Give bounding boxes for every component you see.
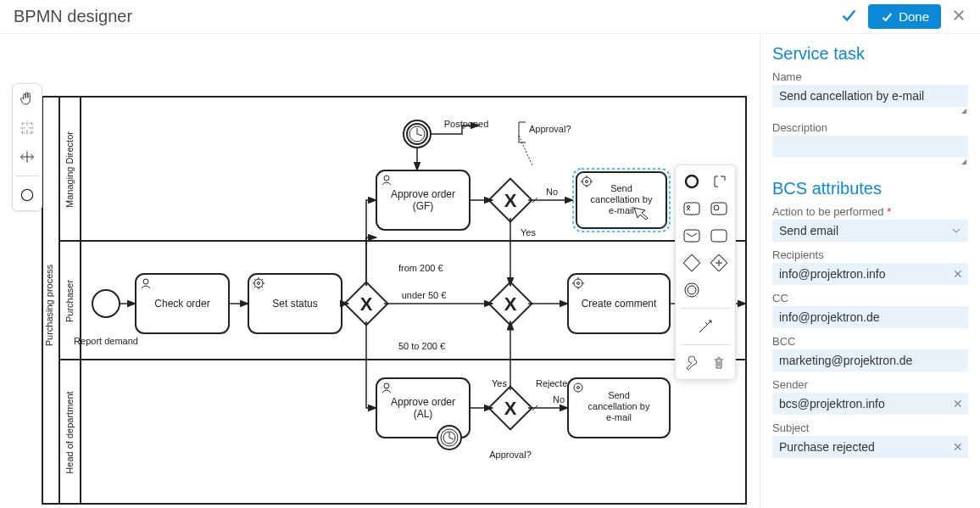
- svg-text:Yes: Yes: [492, 378, 507, 388]
- svg-text:e-mail: e-mail: [606, 412, 632, 422]
- cc-label: CC: [772, 292, 968, 304]
- space-icon: [19, 148, 36, 165]
- bcc-label: BCC: [772, 335, 968, 348]
- svg-text:Send: Send: [610, 183, 632, 193]
- sender-label: Sender: [772, 378, 968, 391]
- page-title: BPMN designer: [14, 7, 839, 26]
- start-event-tool[interactable]: [17, 185, 37, 205]
- delete-element[interactable]: [708, 352, 730, 374]
- svg-text:e-mail: e-mail: [609, 205, 634, 215]
- svg-text:X: X: [504, 398, 517, 419]
- svg-text:cancellation by: cancellation by: [588, 401, 650, 411]
- name-input[interactable]: [772, 85, 968, 107]
- svg-text:Rejected: Rejected: [536, 378, 572, 388]
- svg-point-0: [21, 189, 32, 200]
- clear-subject[interactable]: ✕: [953, 440, 963, 454]
- svg-text:No: No: [553, 394, 565, 405]
- properties-panel: Service task Name ◢ Description ◢ BCS at…: [760, 34, 980, 508]
- lane-label-0: Managing Director: [64, 131, 75, 208]
- append-text-annotation[interactable]: [708, 170, 730, 193]
- append-user-task[interactable]: [681, 198, 703, 220]
- svg-text:50 to 200 €: 50 to 200 €: [398, 341, 445, 351]
- connect-tool[interactable]: [694, 315, 716, 338]
- lasso-tool[interactable]: [17, 118, 37, 138]
- svg-text:Approve order: Approve order: [391, 396, 455, 408]
- name-label: Name: [772, 70, 968, 83]
- svg-text:from 200 €: from 200 €: [398, 263, 443, 273]
- svg-text:X: X: [360, 293, 373, 315]
- change-type[interactable]: [681, 352, 703, 374]
- svg-point-53: [686, 176, 698, 187]
- action-label: Action to be performed *: [772, 205, 968, 218]
- append-xor-gateway[interactable]: [681, 252, 703, 274]
- tool-palette: [12, 83, 42, 211]
- context-pad: [675, 165, 736, 380]
- bpmn-canvas[interactable]: Purchasing process Managing Director Pur…: [0, 34, 760, 508]
- timer-event-gf[interactable]: [404, 120, 431, 148]
- clear-sender[interactable]: ✕: [953, 397, 963, 410]
- task-create-comment-label: Create comment: [582, 298, 657, 310]
- svg-point-62: [685, 283, 699, 297]
- svg-point-57: [714, 205, 719, 210]
- action-select[interactable]: Send email: [772, 220, 968, 242]
- svg-point-55: [688, 206, 690, 209]
- svg-rect-60: [683, 254, 700, 271]
- header: BPMN designer Done: [0, 0, 980, 34]
- header-actions: Done: [839, 4, 966, 29]
- recipients-label: Recipients: [772, 248, 968, 261]
- hand-tool[interactable]: [17, 89, 37, 109]
- save-check-button[interactable]: [839, 6, 858, 28]
- description-label: Description: [772, 121, 968, 134]
- task-check-order-label: Check order: [154, 298, 209, 310]
- close-icon: [951, 8, 966, 23]
- svg-point-63: [688, 286, 696, 294]
- svg-text:(GF): (GF): [413, 200, 434, 212]
- svg-text:X: X: [504, 190, 517, 211]
- append-send-task[interactable]: [681, 225, 703, 247]
- svg-text:cancellation by: cancellation by: [591, 194, 653, 204]
- svg-text:X: X: [504, 293, 517, 315]
- lane-label-1: Purchaser: [64, 280, 75, 322]
- wrench-icon: [684, 355, 699, 371]
- close-button[interactable]: [951, 8, 966, 26]
- svg-text:under 50 €: under 50 €: [402, 290, 447, 300]
- svg-rect-54: [684, 203, 699, 215]
- svg-text:Approval?: Approval?: [529, 124, 571, 134]
- checkmark-icon: [880, 10, 894, 24]
- svg-text:Approval?: Approval?: [489, 449, 532, 460]
- panel-title: Service task: [772, 44, 968, 64]
- description-input[interactable]: [772, 136, 968, 158]
- done-button[interactable]: Done: [868, 4, 941, 29]
- hand-icon: [19, 91, 36, 108]
- svg-rect-59: [711, 230, 727, 242]
- timer-boundary-al[interactable]: [437, 426, 461, 449]
- svg-text:Approve order: Approve order: [391, 188, 455, 200]
- svg-text:(AL): (AL): [414, 408, 433, 420]
- append-parallel-gateway[interactable]: [708, 252, 730, 274]
- task-set-status-label: Set status: [272, 298, 317, 310]
- bcc-input[interactable]: [772, 349, 968, 371]
- subject-input[interactable]: [772, 436, 968, 458]
- circle-icon: [19, 187, 36, 204]
- append-intermediate-event[interactable]: [681, 279, 703, 301]
- checkmark-icon: [839, 6, 858, 25]
- start-event[interactable]: [92, 290, 120, 317]
- sender-input[interactable]: [772, 393, 968, 415]
- pool-label: Purchasing process: [44, 264, 54, 346]
- svg-rect-58: [684, 230, 699, 242]
- recipients-input[interactable]: [772, 263, 968, 285]
- chevron-down-icon: [951, 226, 961, 236]
- subject-label: Subject: [772, 421, 968, 434]
- lane-label-2: Head of department: [64, 391, 75, 473]
- append-task[interactable]: [708, 225, 730, 247]
- cc-input[interactable]: [772, 306, 968, 328]
- svg-text:Send: Send: [608, 390, 630, 400]
- space-tool[interactable]: [17, 147, 37, 167]
- start-event-label: Report demand: [74, 336, 138, 346]
- done-button-label: Done: [899, 9, 929, 24]
- clear-recipients[interactable]: ✕: [953, 267, 963, 281]
- svg-text:Postponed: Postponed: [444, 119, 489, 129]
- attrs-title: BCS attributes: [772, 179, 968, 198]
- append-service-task[interactable]: [708, 198, 730, 220]
- append-end-event[interactable]: [681, 170, 703, 193]
